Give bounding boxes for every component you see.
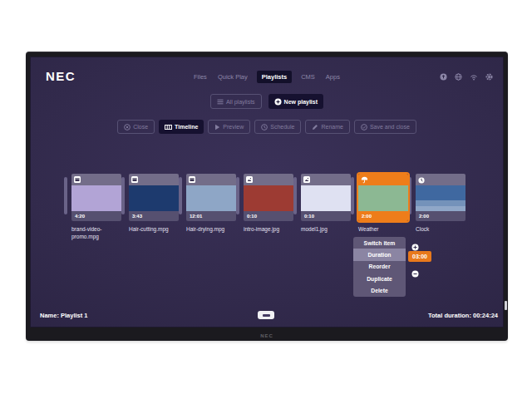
timeline-button[interactable]: Timeline [159, 120, 204, 134]
card-header [186, 174, 236, 185]
card-header [129, 174, 179, 185]
media-filename: Hair-drying.mpg [186, 226, 241, 234]
timeline-item-video[interactable]: 4:20 brand-video-promo.mpg [71, 174, 121, 221]
all-playlists-label: All playlists [226, 99, 255, 105]
media-thumbnail [358, 185, 408, 211]
image-icon [246, 176, 253, 183]
card-header [71, 174, 121, 185]
media-filename: Weather [358, 226, 413, 234]
timeline-item-image[interactable]: 0:10 intro-image.jpg [244, 174, 293, 221]
timeline-separator [236, 177, 239, 214]
close-icon [124, 124, 131, 131]
menu-item-switch-item[interactable]: Switch item [353, 237, 406, 249]
duration-badge: 4:20 [71, 211, 121, 221]
schedule-button[interactable]: Schedule [254, 120, 301, 134]
rename-label: Rename [321, 124, 342, 130]
nav-item-files[interactable]: Files [192, 71, 209, 83]
timeline-item-image[interactable]: 0:10 model1.jpg [301, 174, 351, 221]
timeline-item-video[interactable]: 3:43 Hair-cutting.mpg [129, 174, 179, 221]
toolbar: Close Timeline Preview Schedule [30, 120, 504, 134]
new-playlist-button[interactable]: New playlist [268, 94, 323, 109]
timeline-item-clock[interactable]: 2:00 Clock [416, 174, 466, 221]
all-playlists-button[interactable]: All playlists [210, 94, 262, 109]
clock-face-icon [418, 172, 425, 187]
menu-item-delete[interactable]: Delete [353, 285, 406, 297]
timeline-separator [64, 177, 67, 214]
duration-badge: 12:01 [186, 211, 236, 221]
card-header [416, 174, 466, 185]
duration-badge: 3:43 [129, 211, 179, 221]
playlist-actions-row: All playlists New playlist [30, 94, 504, 109]
film-icon [131, 176, 138, 183]
power-indicator [505, 301, 507, 310]
duration-value-field[interactable]: 03:00 [408, 251, 431, 262]
update-icon[interactable] [440, 73, 447, 81]
close-label: Close [133, 124, 148, 130]
duration-badge: 2:00 [358, 211, 408, 221]
image-icon [303, 176, 310, 183]
media-filename: brand-video-promo.mpg [71, 226, 126, 241]
media-thumbnail [244, 185, 293, 211]
new-playlist-label: New playlist [284, 99, 318, 105]
check-circle-icon [361, 124, 367, 131]
timeline-separator [121, 177, 125, 214]
duration-badge: 0:10 [244, 211, 293, 221]
settings-gear-icon[interactable] [485, 73, 493, 81]
menu-item-duration[interactable]: Duration [353, 249, 406, 260]
film-icon [74, 176, 81, 183]
media-thumbnail [301, 185, 351, 211]
preview-button[interactable]: Preview [208, 120, 250, 134]
media-filename: Hair-cutting.mpg [129, 226, 184, 234]
media-thumbnail [129, 185, 179, 211]
timeline-separator [351, 177, 354, 214]
timeline-item-weather-selected[interactable]: 2:00 Weather [358, 174, 408, 221]
pencil-icon [312, 124, 318, 131]
media-thumbnail [416, 185, 466, 211]
duration-decrease-button[interactable] [411, 266, 419, 273]
timeline-separator [293, 177, 297, 214]
schedule-label: Schedule [270, 124, 294, 130]
total-duration-label: Total duration: 00:24:24 [428, 312, 498, 319]
timeline-label: Timeline [175, 124, 198, 130]
nav-item-apps[interactable]: Apps [324, 71, 342, 83]
rename-button[interactable]: Rename [305, 120, 349, 134]
nav-item-cms[interactable]: CMS [299, 71, 317, 83]
timeline-separator [408, 177, 411, 214]
status-icons [440, 73, 493, 81]
umbrella-icon [361, 172, 368, 187]
wifi-icon[interactable] [470, 73, 478, 81]
item-context-menu: Switch item Duration Reorder Duplicate D… [353, 237, 406, 297]
usb-drive-icon [258, 311, 274, 319]
monitor-bezel: NEC Files Quick Play Playlists CMS Apps [26, 52, 508, 341]
save-and-close-button[interactable]: Save and close [354, 120, 416, 134]
clock-icon [261, 124, 268, 131]
nav-item-playlists[interactable]: Playlists [257, 71, 292, 83]
card-header [358, 174, 408, 185]
play-icon [214, 124, 220, 131]
playlist-name-label: Name: Playlist 1 [40, 312, 88, 319]
media-thumbnail [186, 185, 236, 211]
card-header [244, 174, 293, 185]
nav-item-quick-play[interactable]: Quick Play [216, 71, 249, 83]
save-and-close-label: Save and close [370, 124, 410, 130]
media-filename: model1.jpg [301, 226, 356, 234]
bezel-nec-logo: NEC [26, 333, 508, 338]
plus-circle-icon [274, 98, 282, 106]
media-filename: Clock [416, 226, 470, 234]
close-button[interactable]: Close [117, 120, 155, 134]
duration-badge: 2:00 [416, 211, 466, 221]
media-filename: intro-image.jpg [244, 226, 298, 234]
duration-increase-button[interactable] [411, 239, 419, 247]
film-icon [189, 176, 195, 183]
top-nav: Files Quick Play Playlists CMS Apps [30, 71, 504, 83]
duration-badge: 0:10 [301, 211, 351, 221]
menu-item-reorder[interactable]: Reorder [353, 261, 406, 273]
timeline-item-video[interactable]: 12:01 Hair-drying.mpg [186, 174, 236, 221]
timeline-icon [165, 124, 172, 131]
menu-item-duplicate[interactable]: Duplicate [353, 273, 406, 284]
preview-label: Preview [223, 124, 244, 130]
card-header [301, 174, 351, 185]
network-globe-icon[interactable] [455, 73, 462, 81]
media-thumbnail [71, 185, 121, 211]
timeline-separator [179, 177, 182, 214]
